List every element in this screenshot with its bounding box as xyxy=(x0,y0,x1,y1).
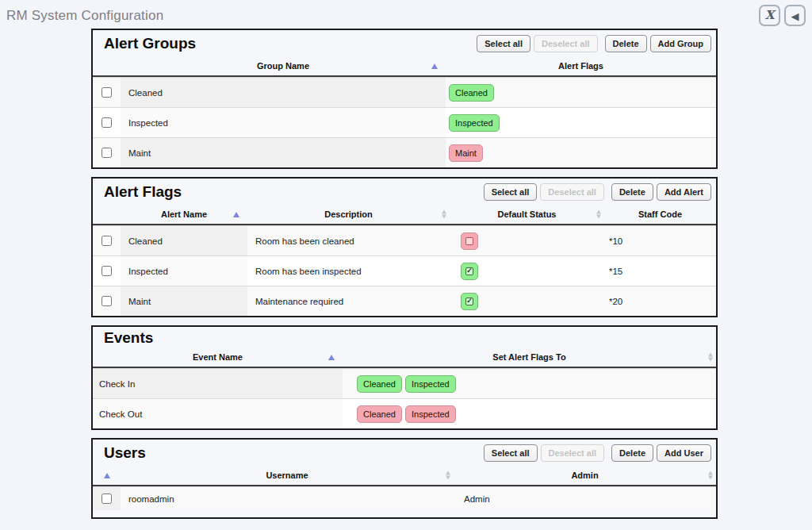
admin-column-header[interactable]: Admin xyxy=(454,466,716,485)
add-group-button[interactable]: Add Group xyxy=(650,35,711,52)
deselect-all-button[interactable]: Deselect all xyxy=(541,444,605,462)
group-name-cell: Cleaned xyxy=(121,78,446,107)
alert-flags-cell: Cleaned xyxy=(446,78,716,107)
alert-flags-column-headers: Alert Name Description Default Status St… xyxy=(93,205,716,225)
sort-icon xyxy=(442,210,446,219)
default-status-cell xyxy=(450,226,604,255)
alert-flags-actions: Select all Deselect all Delete Add Alert xyxy=(481,183,711,201)
default-status-column-header[interactable]: Default Status xyxy=(450,205,604,224)
delete-button[interactable]: Delete xyxy=(611,183,653,201)
staff-code-column-header: Staff Code xyxy=(604,205,716,224)
username-column-header[interactable]: Username xyxy=(121,466,454,485)
flag-badge: Inspected xyxy=(405,405,456,423)
staff-code-cell: *20 xyxy=(604,286,716,316)
admin-column-label: Admin xyxy=(571,470,598,480)
users-panel: Users Select all Deselect all Delete Add… xyxy=(91,438,718,519)
deselect-all-button[interactable]: Deselect all xyxy=(534,35,598,52)
description-column-header[interactable]: Description xyxy=(247,205,450,224)
description-column-label: Description xyxy=(324,209,373,219)
alert-name-column-label: Alert Name xyxy=(161,209,207,219)
default-status-badge[interactable] xyxy=(461,293,478,310)
row-checkbox[interactable] xyxy=(102,87,112,98)
row-checkbox[interactable] xyxy=(102,494,112,504)
delete-button[interactable]: Delete xyxy=(605,35,647,52)
close-icon[interactable]: X xyxy=(759,5,780,26)
staff-code-column-label: Staff Code xyxy=(638,209,682,219)
alert-name-cell: Cleaned xyxy=(121,226,247,255)
alert-flags-title: Alert Flags xyxy=(104,183,182,201)
window-controls: X ◀ xyxy=(759,5,806,26)
row-checkbox[interactable] xyxy=(102,296,112,306)
sort-ascending-icon xyxy=(431,63,438,69)
alert-flags-column-header: Alert Flags xyxy=(446,56,716,75)
group-name-column-label: Group Name xyxy=(257,61,309,71)
alert-flags-panel: Alert Flags Select all Deselect all Dele… xyxy=(91,177,718,317)
group-name-cell: Inspected xyxy=(121,108,446,137)
users-actions: Select all Deselect all Delete Add User xyxy=(481,444,711,462)
group-name-column-header[interactable]: Group Name xyxy=(121,56,446,75)
row-checkbox[interactable] xyxy=(102,117,112,128)
flag-badge: Cleaned xyxy=(449,84,494,102)
row-checkbox[interactable] xyxy=(102,266,112,276)
group-name-cell: Maint xyxy=(121,138,446,167)
description-cell: Maintenance required xyxy=(247,286,450,316)
staff-code-cell: *15 xyxy=(604,256,716,286)
checkbox-column-header[interactable] xyxy=(93,466,121,485)
set-alert-flags-column-label: Set Alert Flags To xyxy=(492,352,565,362)
users-titlebar: Users Select all Deselect all Delete Add… xyxy=(93,440,716,466)
sort-icon xyxy=(708,471,713,480)
default-status-column-label: Default Status xyxy=(498,209,557,219)
users-title: Users xyxy=(104,444,146,462)
alert-groups-panel: Alert Groups Select all Deselect all Del… xyxy=(91,29,718,169)
sort-icon xyxy=(708,353,713,362)
add-alert-button[interactable]: Add Alert xyxy=(657,183,711,201)
alert-groups-actions: Select all Deselect all Delete Add Group xyxy=(473,35,711,52)
event-name-column-label: Event Name xyxy=(193,352,243,362)
default-status-badge[interactable] xyxy=(461,232,478,250)
deselect-all-button[interactable]: Deselect all xyxy=(540,183,604,201)
event-name-column-header[interactable]: Event Name xyxy=(93,348,343,367)
username-cell: roomadmin xyxy=(121,487,454,510)
admin-cell: Admin xyxy=(454,487,716,510)
table-row: Inspected Inspected xyxy=(93,107,716,137)
event-name-cell: Check Out xyxy=(93,399,343,428)
default-status-badge[interactable] xyxy=(461,263,478,280)
events-panel: Events Event Name Set Alert Flags To Che… xyxy=(91,325,718,430)
set-alert-flags-cell: Cleaned Inspected xyxy=(343,369,716,398)
events-titlebar: Events xyxy=(93,327,716,348)
sort-icon xyxy=(446,471,450,480)
alert-name-column-header[interactable]: Alert Name xyxy=(121,205,247,224)
username-column-label: Username xyxy=(266,470,308,480)
alert-flags-column-label: Alert Flags xyxy=(558,61,603,71)
mini-checkbox-icon xyxy=(465,298,473,305)
select-all-button[interactable]: Select all xyxy=(484,183,538,201)
checkbox-column-header xyxy=(93,205,121,224)
table-row: roomadmin Admin xyxy=(93,486,716,510)
page-title: RM System Configuration xyxy=(0,0,812,29)
table-row: Maint Maintenance required *20 xyxy=(93,286,716,316)
alert-name-cell: Inspected xyxy=(121,256,247,286)
select-all-button[interactable]: Select all xyxy=(477,35,530,52)
back-icon[interactable]: ◀ xyxy=(784,5,806,26)
row-checkbox[interactable] xyxy=(102,236,112,246)
description-cell: Room has been inspected xyxy=(247,256,450,286)
flag-badge: Cleaned xyxy=(357,405,402,423)
description-cell: Room has been cleaned xyxy=(247,226,450,255)
table-row: Check In Cleaned Inspected xyxy=(93,368,716,398)
row-checkbox[interactable] xyxy=(102,148,112,158)
add-user-button[interactable]: Add User xyxy=(657,444,711,462)
select-all-button[interactable]: Select all xyxy=(484,444,538,462)
delete-button[interactable]: Delete xyxy=(611,444,653,462)
alert-groups-column-headers: Group Name Alert Flags xyxy=(93,56,716,77)
sort-ascending-icon xyxy=(104,473,110,478)
alert-name-cell: Maint xyxy=(121,286,247,316)
alert-flags-cell: Inspected xyxy=(446,108,716,137)
table-row: Maint Maint xyxy=(93,137,716,167)
set-alert-flags-column-header[interactable]: Set Alert Flags To xyxy=(343,348,716,367)
alert-groups-titlebar: Alert Groups Select all Deselect all Del… xyxy=(93,30,716,56)
flag-badge: Inspected xyxy=(405,375,456,393)
staff-code-cell: *10 xyxy=(604,226,716,255)
table-row: Check Out Cleaned Inspected xyxy=(93,398,716,428)
event-name-cell: Check In xyxy=(93,369,343,398)
sort-icon xyxy=(596,210,601,219)
